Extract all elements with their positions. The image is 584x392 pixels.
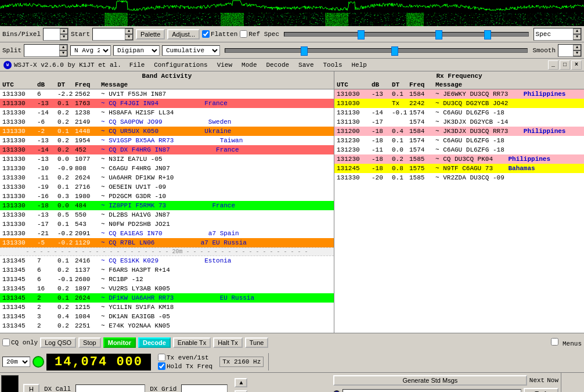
table-row[interactable]: 131330 -13 0.5 550 ~ DL2BS HA1VG JN87 bbox=[0, 210, 334, 220]
spec-down[interactable]: ▼ bbox=[573, 34, 581, 40]
table-row[interactable]: 131330 -13 0.1 1763 ~ CQ F4JGI IN94 Fran… bbox=[0, 99, 334, 108]
table-row[interactable]: 131200 -18 0.4 1584 ~ JK3DJX DU3CQ RR73 … bbox=[334, 127, 584, 136]
menu-file[interactable]: File bbox=[125, 61, 149, 69]
slider2-thumb2[interactable] bbox=[391, 46, 398, 56]
slider2-track[interactable] bbox=[225, 48, 528, 53]
monitor-button[interactable]: Monitor bbox=[103, 337, 136, 348]
bins-input[interactable]: 4 bbox=[44, 30, 60, 38]
navg-select[interactable]: N Avg 2 bbox=[70, 45, 111, 56]
dx-call-input[interactable]: DU3CQ bbox=[75, 384, 145, 393]
table-row[interactable]: 131130 -14 -0.1 1574 ~ C6AGU DL6ZFG -18 bbox=[334, 108, 584, 117]
table-row[interactable]: 131330 -11 0.2 2624 ~ UA6AHR DF1KW R+10 bbox=[0, 173, 334, 182]
table-row[interactable]: 131330 -18 0.0 484 ~ IZ8PPI F5RMK 73 Fra… bbox=[0, 201, 334, 210]
table-row[interactable]: 131345 6 0.2 1137 ~ F6ARS HA3PT R+14 bbox=[0, 265, 334, 275]
dx-grid-input[interactable] bbox=[181, 384, 228, 393]
bins-up[interactable]: ▲ bbox=[60, 28, 68, 34]
table-row[interactable]: 131230 -11 0.0 1574 ~ C6AGU DL6ZFG -18 bbox=[334, 145, 584, 154]
table-row[interactable]: 131330 -14 0.2 1238 ~ HS8AFA HZ1SF LL34 bbox=[0, 108, 334, 117]
smooth-input[interactable]: 1 bbox=[558, 46, 573, 55]
start-spinbox[interactable]: 100 Hz ▲ ▼ bbox=[92, 28, 134, 41]
bins-down[interactable]: ▼ bbox=[60, 34, 68, 40]
gen-std-msgs-button[interactable]: Generate Std Msgs bbox=[333, 375, 527, 386]
tx1-button[interactable]: Tx 1 bbox=[524, 388, 558, 392]
tx-even-checkbox[interactable] bbox=[158, 354, 165, 361]
rx-frequency-messages[interactable]: 131030 -13 0.1 1584 ~ JE6WKY DU3CQ RR73 … bbox=[334, 89, 584, 333]
table-row[interactable]: 131330 -14 0.2 452 ~ CQ DX F4HRG IN87 Fr… bbox=[0, 145, 334, 154]
table-row[interactable]: 131330 -19 0.1 2716 ~ OE5EIN UV1T -09 bbox=[0, 182, 334, 192]
h-button[interactable]: H bbox=[23, 384, 39, 393]
waterfall-canvas[interactable] bbox=[0, 0, 584, 26]
digipan-select[interactable]: Digipan bbox=[113, 45, 160, 56]
table-row[interactable]: 131345 3 0.4 1084 ~ DK1AN EA3IGB -05 bbox=[0, 312, 334, 321]
menu-configurations[interactable]: Configurations bbox=[149, 61, 212, 69]
table-row[interactable]: 131330 -17 0.1 543 ~ N0FW PD2SHB JO21 bbox=[0, 220, 334, 229]
table-row[interactable]: 131030 Tx 2242 ~ DU3CQ DG2YCB JO42 bbox=[334, 99, 584, 108]
log-qso-button[interactable]: Log QSO bbox=[40, 337, 76, 348]
split-input[interactable]: 2500 Hz bbox=[24, 46, 59, 55]
slider2-thumb1[interactable] bbox=[301, 46, 308, 56]
slider-track[interactable] bbox=[284, 32, 529, 37]
table-row[interactable]: 131245 -18 0.8 1575 ~ N9TF C6AGU 73 Baha… bbox=[334, 164, 584, 173]
close-button[interactable]: × bbox=[571, 60, 582, 70]
minimize-button[interactable]: _ bbox=[548, 60, 558, 70]
split-spinbox[interactable]: 2500 Hz ▲ ▼ bbox=[24, 44, 68, 57]
cq-only-checkbox[interactable] bbox=[2, 339, 10, 346]
table-row[interactable]: 131230 -18 0.2 1585 ~ CQ DU3CQ PK04 Phil… bbox=[334, 154, 584, 164]
start-down[interactable]: ▼ bbox=[125, 34, 133, 40]
table-row[interactable]: 131330 -13 0.2 1954 ~ SV1GSP BX5AA RR73 … bbox=[0, 136, 334, 145]
menus-checkbox[interactable] bbox=[551, 338, 558, 346]
spec-spinbox[interactable]: Spec 35 % ▲ ▼ bbox=[533, 28, 582, 41]
menu-help[interactable]: Help bbox=[347, 61, 372, 69]
decode-button[interactable]: Decode bbox=[138, 337, 171, 348]
table-row[interactable]: 131330 -21 -0.2 2091 ~ CQ EA1EAS IN70 a7… bbox=[0, 229, 334, 238]
smooth-spinbox[interactable]: 1 ▲ ▼ bbox=[558, 44, 582, 57]
spec-up[interactable]: ▲ bbox=[573, 28, 581, 34]
adjust-button[interactable]: Adjust... bbox=[167, 29, 200, 39]
band-select[interactable]: 20m bbox=[2, 357, 30, 367]
menu-decode[interactable]: Decode bbox=[261, 61, 294, 69]
split-down[interactable]: ▼ bbox=[59, 51, 67, 56]
slider-thumb3[interactable] bbox=[484, 30, 491, 39]
smooth-down[interactable]: ▼ bbox=[573, 51, 581, 56]
tune-button[interactable]: Tune bbox=[245, 337, 269, 348]
table-row[interactable]: 131330 -2 0.1 1448 ~ CQ UR5UX K050 Ukrai… bbox=[0, 127, 334, 136]
stop-button[interactable]: Stop bbox=[78, 337, 101, 348]
table-row[interactable]: 131330 6 -2.2 2562 ~ UV1T F5SJH IN87 bbox=[0, 89, 334, 99]
slider-thumb1[interactable] bbox=[358, 30, 365, 39]
start-input[interactable]: 100 Hz bbox=[93, 30, 125, 38]
start-up[interactable]: ▲ bbox=[125, 28, 133, 34]
hold-tx-checkbox[interactable] bbox=[158, 362, 165, 370]
table-row[interactable]: 131030 -13 0.1 1584 ~ JE6WKY DU3CQ RR73 … bbox=[334, 89, 584, 99]
refspec-checkbox[interactable] bbox=[240, 30, 247, 38]
enable-tx-button[interactable]: Enable Tx bbox=[173, 337, 211, 348]
bins-spinbox[interactable]: 4 ▲ ▼ bbox=[43, 28, 69, 41]
menu-save[interactable]: Save bbox=[294, 61, 318, 69]
split-up[interactable]: ▲ bbox=[59, 45, 67, 51]
maximize-button[interactable]: □ bbox=[560, 60, 570, 70]
smooth-up[interactable]: ▲ bbox=[573, 45, 581, 51]
table-row[interactable]: 131330 -20 0.1 1585 ~ VR2ZDA DU3CQ -09 bbox=[334, 173, 584, 182]
table-row[interactable]: 131345 7 0.1 2416 ~ CQ ES1KK K029 Estoni… bbox=[0, 256, 334, 265]
slider-thumb2[interactable] bbox=[435, 30, 442, 39]
table-row[interactable]: 131330 -6 0.2 2149 ~ CQ SA0POW JO99 Swed… bbox=[0, 117, 334, 127]
menu-mode[interactable]: Mode bbox=[237, 61, 261, 69]
flatten-checkbox[interactable] bbox=[202, 30, 210, 38]
msg1-input[interactable]: DU3CQ DG2YCB JO42 bbox=[343, 389, 521, 392]
table-row[interactable]: 131330 -5 -0.2 1129 ~ CQ R7BL LN06 a7 EU… bbox=[0, 238, 334, 247]
nav-up[interactable]: ▲ bbox=[235, 378, 247, 387]
table-row[interactable]: 131345 2 0.2 2251 ~ E74K YO2NAA KN05 bbox=[0, 321, 334, 330]
spec-input[interactable]: 35 % bbox=[553, 30, 573, 38]
table-row[interactable]: 131330 -10 -0.9 808 ~ C6AGU F4HRG JN07 bbox=[0, 164, 334, 173]
table-row[interactable]: 131330 -16 0.3 1980 ~ PD2GCM G3DR -10 bbox=[0, 192, 334, 201]
table-row[interactable]: 131345 6 -0.1 2680 ~ RC1BP -12 bbox=[0, 275, 334, 284]
menu-tools[interactable]: Tools bbox=[319, 61, 347, 69]
table-row[interactable]: 131330 -13 0.0 1077 ~ N3IZ EA7LU -05 bbox=[0, 154, 334, 164]
table-row[interactable]: 131345 2 0.2 1215 ~ YC1LIN SV1FA KM18 bbox=[0, 303, 334, 312]
table-row[interactable]: 131130 -17 1574 ~ JK3DJX DG2YCB -14 bbox=[334, 117, 584, 127]
palette-button[interactable]: Palette bbox=[136, 29, 165, 39]
cumulative-select[interactable]: Cumulative bbox=[162, 45, 220, 56]
band-activity-messages[interactable]: 131330 6 -2.2 2562 ~ UV1T F5SJH IN87 131… bbox=[0, 89, 334, 333]
table-row[interactable]: 131230 -18 0.1 1574 ~ C6AGU DL6ZFG -18 bbox=[334, 136, 584, 145]
table-row[interactable]: 131345 2 0.1 2624 ~ DF1KW UA6AHR RR73 EU… bbox=[0, 293, 334, 303]
menu-view[interactable]: View bbox=[212, 61, 237, 69]
